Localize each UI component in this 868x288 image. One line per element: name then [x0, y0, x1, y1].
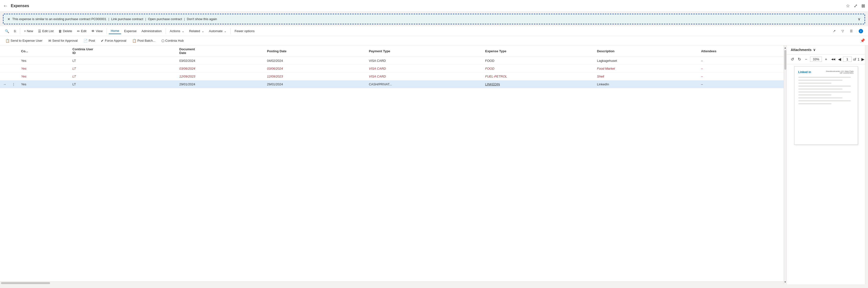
preview-line-1: [798, 77, 851, 78]
expense-type-cell-row-3: LINKEDIN: [482, 81, 594, 88]
first-page-button[interactable]: ◀◀: [830, 57, 836, 61]
view-button[interactable]: 👁 View: [89, 28, 104, 34]
send-for-approval-button[interactable]: ✉ Send for Approval: [46, 38, 80, 44]
posting-date-cell-row-1: 03/06/2024: [264, 65, 366, 73]
vertical-scrollbar[interactable]: ▲ ▼: [784, 45, 786, 284]
right-panel: Attachments ∨ ↺ ↻ − 33% + ◀◀ ◀ of 1 ▶ ▶▶: [786, 45, 865, 284]
fewer-options-button[interactable]: Fewer options: [232, 28, 257, 34]
col-expense-type-header[interactable]: Expense Type: [482, 45, 594, 57]
dots-cell-row-2[interactable]: [9, 73, 18, 81]
administration-tab[interactable]: Administration: [140, 28, 164, 34]
back-button[interactable]: ←: [3, 3, 8, 8]
attachments-chevron-icon: ∨: [813, 48, 815, 52]
payment-type-cell-row-1: VISA CARD: [366, 65, 482, 73]
col-attendees-header[interactable]: Attendees: [698, 45, 784, 57]
share-button[interactable]: ↗: [831, 28, 838, 34]
col-co-header[interactable]: Co...: [18, 45, 69, 57]
zoom-in-button[interactable]: +: [824, 57, 828, 62]
new-button[interactable]: + New: [22, 28, 35, 34]
automate-dropdown[interactable]: Automate: [207, 28, 229, 34]
attachment-preview: Linked in Strandboulevarden 122, Make Pl…: [787, 64, 865, 284]
fewer-options-label: Fewer options: [235, 29, 255, 33]
dots-cell-row-1[interactable]: [9, 65, 18, 73]
dots-cell-row-3[interactable]: ⋮: [9, 81, 18, 88]
preview-company-logo: Linked in: [798, 70, 811, 74]
col-description-header[interactable]: Description: [594, 45, 698, 57]
post-button[interactable]: 📄 Post: [81, 38, 97, 44]
delete-label: Delete: [63, 29, 72, 33]
col-payment-type-header[interactable]: Payment Type: [366, 45, 482, 57]
layout-button[interactable]: ☰: [848, 28, 855, 34]
co-cell-row-3: Yes: [18, 81, 69, 88]
send-approval-icon: ✉: [48, 39, 51, 43]
posting-date-cell-row-3: 29/01/2024: [264, 81, 366, 88]
total-pages: 1: [858, 57, 860, 61]
expense-type-link-row-3[interactable]: LINKEDIN: [485, 83, 500, 86]
home-tab[interactable]: Home: [109, 28, 121, 34]
page-number-input[interactable]: [843, 57, 852, 62]
page-title: Expenses: [11, 4, 846, 8]
collapse-icon[interactable]: ⊠: [861, 3, 865, 8]
notification-message: This expense is similar to an existing p…: [12, 17, 106, 21]
scrollbar-thumb[interactable]: [1, 282, 50, 284]
actions-dropdown[interactable]: Actions: [168, 28, 186, 34]
force-approval-button[interactable]: ✔ Force Approval: [98, 38, 129, 44]
send-to-expense-user-button[interactable]: 📋 Send to Expense User: [3, 38, 45, 44]
edit-button[interactable]: ✏ Edit: [75, 28, 88, 34]
preview-line-5: [798, 89, 843, 90]
delete-button[interactable]: 🗑 Delete: [56, 28, 74, 34]
co-cell-row-2: Yes: [18, 73, 69, 81]
filter-button[interactable]: ▽: [840, 28, 846, 34]
bookmark-icon[interactable]: ☆: [846, 3, 850, 8]
col-dots-header: [9, 45, 18, 57]
payment-type-cell-row-0: VISA CARD: [366, 57, 482, 65]
separator-3: [165, 28, 166, 34]
expenses-table: Co... Continia UserID DocumentDate Posti…: [0, 45, 784, 88]
notification-chevron-icon[interactable]: ∨: [858, 17, 861, 21]
share-icon: ↗: [833, 29, 836, 33]
continia-hub-button[interactable]: ⬡ Continia Hub: [159, 38, 186, 44]
description-cell-row-2: Shell: [594, 73, 698, 81]
col-document-date-header[interactable]: DocumentDate: [177, 45, 264, 57]
expense-type-cell-row-2: FUEL-PETROL: [482, 73, 594, 81]
undo-button[interactable]: ↺: [790, 57, 795, 62]
post-icon: 📄: [84, 39, 88, 43]
expense-tab[interactable]: Expense: [122, 28, 138, 34]
attendees-cell-row-1: –: [698, 65, 784, 73]
expand-icon[interactable]: ⤢: [854, 3, 858, 8]
dont-show-again[interactable]: Don't show this again: [187, 17, 217, 21]
attendees-cell-row-2: –: [698, 73, 784, 81]
dots-cell-row-0[interactable]: [9, 57, 18, 65]
search-button[interactable]: 🔍: [3, 28, 11, 34]
preview-address-line1: Strandboulevarden 122, Make Plads: [826, 70, 854, 72]
related-dropdown[interactable]: Related: [187, 28, 206, 34]
redo-button[interactable]: ↻: [797, 57, 802, 62]
horizontal-scrollbar[interactable]: [0, 281, 784, 284]
col-continia-user-id-header[interactable]: Continia UserID: [69, 45, 176, 57]
edit-list-button[interactable]: ☰ Edit List: [36, 28, 56, 34]
col-posting-date-header[interactable]: Posting Date: [264, 45, 366, 57]
pin-icon[interactable]: 📌: [860, 38, 865, 43]
attachments-header[interactable]: Attachments ∨: [787, 45, 865, 55]
post-batch-button[interactable]: 📋 Post Batch...: [130, 38, 158, 44]
arrow-cell-row-1: [0, 65, 9, 73]
prev-page-button[interactable]: ◀: [837, 57, 842, 62]
description-cell-row-1: Food Market: [594, 65, 698, 73]
right-panel-scrollbar[interactable]: [865, 45, 868, 284]
scroll-track: [784, 50, 786, 280]
zoom-out-button[interactable]: −: [804, 57, 808, 62]
info-button[interactable]: i: [857, 28, 865, 34]
notification-content: ✕ This expense is similar to an existing…: [7, 17, 217, 21]
posting-date-cell-row-2: 12/09/2023: [264, 73, 366, 81]
home-label: Home: [111, 29, 119, 33]
edit-list-icon: ☰: [38, 29, 41, 33]
notification-close-button[interactable]: ✕: [7, 17, 10, 21]
open-purchase-contract[interactable]: Open purchase contract: [148, 17, 182, 21]
user-id-cell-row-2: LT: [69, 73, 176, 81]
user-id-cell-row-3: LT: [69, 81, 176, 88]
next-page-button[interactable]: ▶: [860, 57, 865, 62]
separator-3: |: [184, 17, 185, 21]
copy-button[interactable]: ⎘: [12, 28, 18, 34]
link-purchase-contract[interactable]: Link purchase contract: [111, 17, 143, 21]
scroll-thumb[interactable]: [784, 50, 786, 70]
